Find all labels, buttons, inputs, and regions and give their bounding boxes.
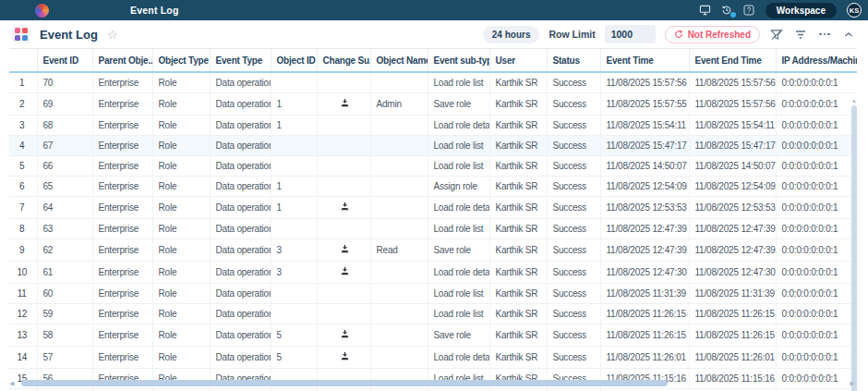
cell-event-type: Data operation	[210, 72, 271, 93]
cell-change-summary	[317, 93, 370, 116]
change-summary-icon	[340, 244, 350, 254]
column-header-event_time[interactable]: Event Time	[600, 49, 689, 73]
apps-grid-icon[interactable]	[12, 25, 30, 43]
desktop-icon[interactable]	[699, 5, 711, 17]
avatar[interactable]: KS	[847, 3, 862, 18]
column-header-object_type[interactable]: Object Type	[152, 49, 210, 73]
collapse-chevron-icon[interactable]	[841, 27, 856, 42]
column-header-num[interactable]	[9, 49, 37, 73]
cell-object-id	[271, 284, 317, 304]
table-row[interactable]: 863EnterpriseRoleData operationLoad role…	[9, 219, 857, 239]
table-body: 170EnterpriseRoleData operationLoad role…	[9, 72, 857, 391]
favorite-star-icon[interactable]: ☆	[107, 29, 118, 41]
table-row[interactable]: 1457EnterpriseRoleData operation5Load ro…	[9, 347, 857, 369]
column-header-status[interactable]: Status	[547, 49, 600, 73]
cell-event-time: 11/08/2025 15:57:56	[600, 72, 689, 93]
row-number: 11	[9, 284, 37, 304]
table-row[interactable]: 1061EnterpriseRoleData operation3Load ro…	[9, 262, 857, 284]
time-range-button[interactable]: 24 hours	[483, 26, 540, 43]
cell-event-type: Data operation	[210, 284, 271, 304]
table-row[interactable]: 962EnterpriseRoleData operation3ReadSave…	[9, 239, 857, 262]
change-summary-icon	[340, 98, 350, 108]
cell-event-id: 60	[37, 284, 92, 304]
row-number: 3	[9, 116, 37, 136]
app-logo-icon[interactable]	[35, 4, 49, 18]
cell-object-type: Role	[152, 177, 210, 197]
scroll-up-arrow-icon[interactable]: ▲	[850, 98, 858, 104]
cell-event-sub-type: Save role	[428, 239, 489, 262]
column-header-event_sub_type[interactable]: Event sub-type	[428, 49, 489, 73]
help-icon[interactable]	[743, 5, 755, 17]
table-row[interactable]: 1259EnterpriseRoleData operationLoad rol…	[9, 304, 857, 324]
cell-object-id	[271, 136, 317, 156]
column-header-event_end_time[interactable]: Event End Time	[689, 49, 776, 73]
table-row[interactable]: 170EnterpriseRoleData operationLoad role…	[9, 72, 857, 93]
cell-object-name	[370, 136, 428, 156]
cell-event-id: 65	[37, 177, 92, 197]
cell-event-type: Data operation	[210, 262, 271, 284]
cell-user: Karthik SR	[489, 324, 547, 347]
cell-event-sub-type: Load role detail	[428, 116, 489, 136]
horizontal-scroll-thumb[interactable]	[21, 380, 668, 386]
column-header-event_id[interactable]: Event ID	[37, 49, 92, 73]
table-row[interactable]: 467EnterpriseRoleData operationLoad role…	[9, 136, 857, 156]
table-row[interactable]: 1358EnterpriseRoleData operation5Save ro…	[9, 324, 857, 347]
table-row[interactable]: 1160EnterpriseRoleData operationLoad rol…	[9, 284, 857, 304]
cell-object-name	[370, 156, 428, 177]
workspace-button[interactable]: Workspace	[766, 3, 837, 18]
column-header-user[interactable]: User	[489, 49, 547, 73]
row-limit-input[interactable]	[605, 25, 656, 43]
table-row[interactable]: 665EnterpriseRoleData operation1Assign r…	[9, 177, 857, 197]
vertical-scrollbar[interactable]: ▲ ▼	[850, 98, 858, 391]
cell-event-id: 57	[37, 347, 92, 369]
filter-lines-icon[interactable]	[793, 27, 808, 42]
cell-change-summary	[317, 156, 370, 177]
cell-event-time: 11/08/2025 12:54:09	[600, 177, 689, 197]
column-header-parent_object[interactable]: Parent Obje...	[92, 49, 152, 73]
cell-parent-object: Enterprise	[92, 347, 152, 369]
cell-parent-object: Enterprise	[92, 93, 152, 116]
vertical-scroll-thumb[interactable]	[851, 105, 857, 391]
notification-dot	[730, 12, 736, 18]
cell-event-id: 64	[37, 197, 92, 219]
table-row[interactable]: 269EnterpriseRoleData operation1AdminSav…	[9, 93, 857, 116]
cell-parent-object: Enterprise	[92, 197, 152, 219]
row-number: 8	[9, 219, 37, 239]
table-row[interactable]: 566EnterpriseRoleData operationLoad role…	[9, 156, 857, 177]
column-header-object_name[interactable]: Object Name	[370, 49, 428, 73]
row-number: 7	[9, 197, 37, 219]
cell-event-time: 11/08/2025 12:47:30	[600, 262, 689, 284]
cell-event-sub-type: Save role	[428, 93, 489, 116]
more-options-icon[interactable]	[817, 27, 832, 42]
cell-change-summary	[317, 197, 370, 219]
table-row[interactable]: 368EnterpriseRoleData operation1Load rol…	[9, 116, 857, 136]
cell-object-name	[370, 177, 428, 197]
cell-event-type: Data operation	[210, 347, 271, 369]
cell-object-id: 3	[271, 239, 317, 262]
cell-status: Success	[547, 72, 600, 93]
refresh-button[interactable]: Not Refreshed	[665, 26, 760, 43]
column-header-change_summary[interactable]: Change Su...	[317, 49, 370, 73]
scroll-right-arrow-icon[interactable]: ▶	[850, 379, 855, 387]
row-limit-label: Row Limit	[549, 29, 595, 40]
cell-object-name	[370, 304, 428, 324]
column-header-event_type[interactable]: Event Type	[210, 49, 271, 73]
column-header-object_id[interactable]: Object ID	[271, 49, 317, 73]
table-row[interactable]: 764EnterpriseRoleData operation1Load rol…	[9, 197, 857, 219]
cell-event-time: 11/08/2025 14:50:07	[600, 156, 689, 177]
cell-object-type: Role	[152, 347, 210, 369]
cell-event-time: 11/08/2025 11:26:01	[600, 347, 689, 369]
cell-change-summary	[317, 219, 370, 239]
filter-clear-icon[interactable]	[769, 27, 784, 42]
cell-event-time: 11/08/2025 12:47:39	[600, 219, 689, 239]
history-icon[interactable]	[721, 5, 733, 17]
cell-event-time: 11/08/2025 15:54:11	[600, 116, 689, 136]
cell-user: Karthik SR	[489, 136, 547, 156]
topbar-tab-event-log[interactable]: Event Log	[130, 5, 179, 16]
cell-event-id: 68	[37, 116, 92, 136]
cell-change-summary	[317, 324, 370, 347]
cell-parent-object: Enterprise	[92, 324, 152, 347]
cell-change-summary	[317, 177, 370, 197]
horizontal-scrollbar[interactable]: ◀ ▶	[9, 379, 855, 387]
column-header-ip_address[interactable]: IP Address/Machine	[776, 49, 857, 73]
